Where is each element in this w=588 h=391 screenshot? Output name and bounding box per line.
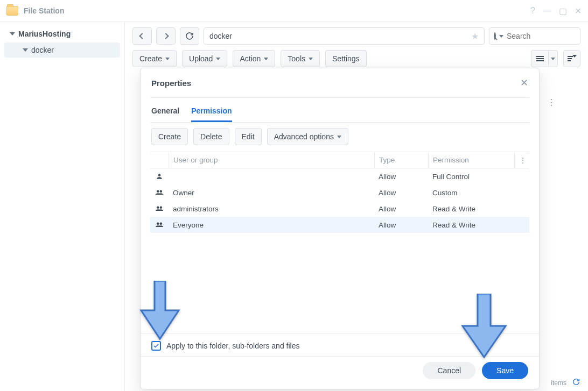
- cell-user: Owner: [169, 189, 374, 197]
- col-permission[interactable]: Permission: [428, 152, 514, 168]
- cell-permission: Read & Write: [428, 205, 514, 213]
- col-user[interactable]: User or group: [169, 152, 374, 168]
- tab-permission[interactable]: Permission: [191, 103, 232, 122]
- annotation-arrow: [138, 281, 181, 342]
- group-icon: [150, 189, 169, 196]
- save-button[interactable]: Save: [482, 362, 528, 379]
- cell-type: Allow: [374, 173, 428, 181]
- perm-create-button[interactable]: Create: [151, 128, 188, 145]
- table-header: User or group Type Permission ⋮: [150, 152, 529, 168]
- perm-edit-button[interactable]: Edit: [235, 128, 262, 145]
- dialog-tabs: General Permission: [141, 98, 539, 122]
- perm-delete-button[interactable]: Delete: [193, 128, 229, 145]
- cell-permission: Read & Write: [428, 221, 514, 229]
- perm-advanced-button[interactable]: Advanced options: [267, 128, 348, 145]
- cell-type: Allow: [374, 221, 428, 229]
- annotation-arrow: [460, 294, 508, 360]
- col-type[interactable]: Type: [374, 152, 428, 168]
- cell-type: Allow: [374, 189, 428, 197]
- table-row[interactable]: EveryoneAllowRead & Write: [150, 217, 529, 233]
- cell-type: Allow: [374, 205, 428, 213]
- caret-down-icon: [337, 136, 341, 138]
- tab-general[interactable]: General: [151, 103, 179, 122]
- modal-overlay: Properties ✕ General Permission Create D…: [0, 0, 588, 391]
- cell-permission: Full Control: [428, 173, 514, 181]
- col-more[interactable]: ⋮: [514, 152, 529, 168]
- check-icon: [153, 343, 159, 349]
- group-icon: [150, 221, 169, 229]
- cell-permission: Custom: [428, 189, 514, 197]
- apply-checkbox[interactable]: [151, 341, 161, 351]
- table-row[interactable]: OwnerAllowCustom: [150, 184, 529, 201]
- table-row[interactable]: AllowFull Control: [150, 168, 529, 184]
- user-icon: [150, 173, 169, 180]
- table-row[interactable]: administratorsAllowRead & Write: [150, 201, 529, 217]
- dialog-close-button[interactable]: ✕: [520, 77, 528, 89]
- cell-user: administrators: [169, 205, 374, 213]
- dialog-title: Properties: [151, 79, 191, 88]
- cell-user: Everyone: [169, 221, 374, 229]
- group-icon: [150, 205, 169, 212]
- permission-table: User or group Type Permission ⋮ AllowFul…: [150, 152, 529, 233]
- cancel-button[interactable]: Cancel: [423, 362, 475, 379]
- apply-label: Apply to this folder, sub-folders and fi…: [166, 342, 299, 350]
